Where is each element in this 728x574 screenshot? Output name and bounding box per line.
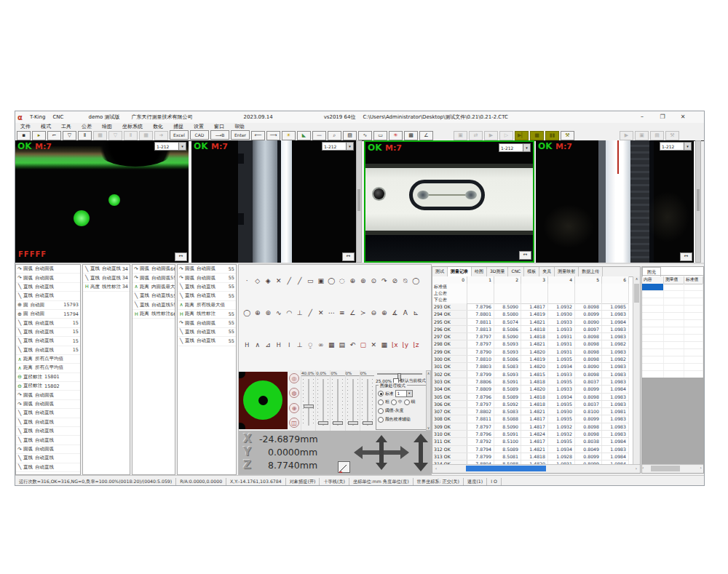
minimize-button[interactable]: – (636, 113, 649, 120)
toolbar-button-print[interactable]: ▤ (650, 131, 664, 140)
menu-item-公差[interactable]: 公差 (82, 123, 92, 130)
toolbar-button-right[interactable]: ⟶ (266, 131, 280, 140)
tool-icon[interactable]: ∡ (389, 309, 400, 316)
menu-item-数化[interactable]: 数化 (153, 123, 163, 130)
toolbar-button-monitor[interactable]: ▪ (17, 131, 31, 140)
element-row[interactable] (642, 349, 703, 356)
measure-item[interactable]: ╲直线自动直线 (16, 463, 80, 472)
jog-z[interactable] (414, 434, 428, 474)
measure-item[interactable]: ╲直线自动直线55 (132, 301, 175, 310)
tool-icon[interactable]: ⊛ (263, 309, 274, 316)
tool-icon[interactable]: ≻ (358, 309, 369, 316)
table-row[interactable]: 311 OK7.87928.51001.48171.09350.80381.09… (432, 438, 629, 445)
toolbar-button-left[interactable]: ⟵ (251, 131, 265, 140)
measure-item[interactable]: ╲直线自动直线 (16, 436, 80, 445)
ring-mode-icon[interactable]: ◫ (289, 418, 299, 428)
element-row[interactable] (642, 364, 703, 371)
tool-icon[interactable]: ↶ (347, 341, 358, 348)
measure-item[interactable]: ⊖直径标注15801 (16, 373, 80, 382)
level-radio-粗[interactable] (378, 399, 384, 405)
camera-range-dropdown[interactable]: 1-212▾ (322, 142, 354, 151)
measure-item[interactable]: ╲直线自动直线15 (16, 346, 80, 355)
measure-item[interactable]: ⊕圆自动圆15794 (16, 310, 80, 319)
tool-icon[interactable]: ↷ (379, 277, 390, 284)
element-row[interactable] (642, 291, 703, 298)
table-row[interactable]: 298 OK7.87978.50931.48211.09310.80981.09… (432, 340, 629, 348)
table-row[interactable]: 302 OK7.87998.50931.48151.09330.80981.09… (432, 371, 629, 378)
element-row[interactable] (642, 356, 703, 364)
menu-item-设置[interactable]: 设置 (194, 123, 204, 130)
table-row[interactable]: 296 OK7.88138.50861.48181.09330.80971.09… (432, 326, 629, 333)
toolbar-button-image[interactable]: ◣ (297, 131, 311, 140)
camera-resize-button[interactable]: ↔ (175, 252, 187, 261)
tool-icon[interactable]: · (242, 277, 253, 284)
light-slider-3[interactable]: 0% (330, 370, 344, 431)
measure-item[interactable]: ╲直线自动直线 (16, 454, 80, 463)
tool-icon[interactable]: ⋯ (326, 309, 337, 316)
measure-item[interactable]: ↷圆弧自动圆弧 (16, 391, 80, 399)
table-tab-绘图[interactable]: 绘图 (472, 267, 487, 276)
tool-icon[interactable]: Ｉ (284, 340, 295, 350)
table-row[interactable]: 310 OK7.87968.50911.48241.09320.80981.09… (432, 431, 629, 438)
table-tab-测试[interactable]: 测试 (432, 267, 448, 276)
level-radio-中[interactable] (391, 399, 397, 405)
standard-radio[interactable] (378, 391, 384, 396)
toolbar-button-run[interactable]: ▸ (32, 131, 46, 140)
tool-icon[interactable]: Ｈ (242, 340, 253, 350)
measure-item[interactable]: Ｈ高度线性标注34 (83, 283, 130, 292)
menu-item-模式[interactable]: 模式 (41, 123, 51, 130)
toolbar-button-play-gray[interactable]: ▷ (499, 131, 513, 140)
tool-icon[interactable]: ∠ (347, 309, 358, 316)
camera-resize-button[interactable]: ↔ (519, 251, 531, 260)
measure-item[interactable]: ↷圆弧自动圆弧55 (178, 274, 236, 282)
camera-view-4[interactable]: OK M:7 1-212▾ ↔ (536, 140, 694, 263)
master-slider[interactable] (377, 373, 422, 375)
light-slider-4[interactable]: 0% (345, 370, 360, 431)
toolbar-button-probe[interactable]: ⌐ (47, 131, 61, 140)
table-row[interactable]: 301 OK7.88038.50831.48201.09340.80901.09… (432, 363, 629, 370)
tool-icon[interactable]: A (400, 309, 411, 316)
measure-item[interactable]: ╲直线自动直线15 (16, 319, 80, 327)
toolbar-button-save2[interactable]: ▣ (635, 131, 649, 140)
measure-item[interactable]: Ｈ距离线性标注55 (178, 310, 236, 319)
measure-item[interactable]: ∧距离内圆弧最大值 (132, 283, 175, 292)
ring-light-widget[interactable] (239, 372, 288, 429)
table-row[interactable]: 313 OK7.87998.50811.48181.09280.80991.09… (432, 453, 629, 461)
toolbar-button-laser[interactable]: ✳ (389, 131, 403, 140)
tool-icon[interactable]: ⊿ (263, 341, 274, 348)
toolbar-button-play2[interactable]: ▶ (620, 131, 633, 140)
measure-item[interactable]: ∧距离所有点平均值 (16, 364, 80, 372)
table-hscrollbar[interactable]: ‹ › (432, 464, 640, 473)
table-tab-测量记录[interactable]: 测量记录 (448, 267, 472, 276)
element-row[interactable] (642, 320, 703, 327)
tool-icon[interactable]: ✕ (274, 277, 285, 284)
measure-item[interactable]: ╲直线自动直线55 (178, 292, 236, 300)
table-tab-CNC[interactable]: CNC (508, 267, 524, 276)
tool-icon[interactable]: Ｈ (274, 340, 285, 350)
measure-item[interactable]: ╲直线自动直线 (16, 283, 80, 292)
tool-icon[interactable]: ≡ (337, 309, 348, 316)
toolbar-button-hammer[interactable]: ⚒ (665, 131, 679, 140)
measure-item[interactable]: ↷圆弧自动圆弧 (16, 274, 80, 282)
measure-item[interactable]: ╲直线自动直线55 (178, 283, 236, 292)
menu-item-帮助[interactable]: 帮助 (234, 123, 245, 130)
jog-pad[interactable] (354, 435, 409, 473)
toolbar-button-excel[interactable]: Excel (170, 130, 189, 140)
measure-item[interactable]: ╲直线自动直线 (16, 292, 80, 300)
toolbar-button-arrow-step[interactable]: ➜ (154, 131, 168, 140)
measure-item[interactable]: ⊕圆自动圆15793 (16, 301, 80, 310)
measure-item[interactable]: ↷圆弧自动圆弧55 (132, 274, 175, 282)
camera-view-3-selected[interactable]: OK M:7 1-212▾ ↔ (364, 140, 534, 263)
measure-item[interactable]: ↷圆弧自动圆弧 (16, 265, 80, 274)
measure-item[interactable]: ╲直线自动直线 (16, 409, 80, 418)
menu-item-绘图[interactable]: 绘图 (102, 123, 112, 130)
toolbar-button-save[interactable]: ▣ (454, 131, 467, 140)
threshold-radio[interactable] (378, 408, 384, 414)
measure-item[interactable]: ╲直线自动直线 (16, 418, 80, 427)
menu-item-捕捉[interactable]: 捕捉 (173, 123, 183, 130)
toolbar-button-rect[interactable]: ▭ (373, 131, 387, 140)
toolbar-button-wave[interactable]: ∿ (358, 131, 372, 140)
table-row[interactable]: 300 OK7.88108.50861.48191.09350.80981.09… (432, 356, 629, 363)
measure-item[interactable]: ╲直线自动直线15 (16, 328, 80, 337)
menu-item-文件[interactable]: 文件 (20, 123, 31, 130)
